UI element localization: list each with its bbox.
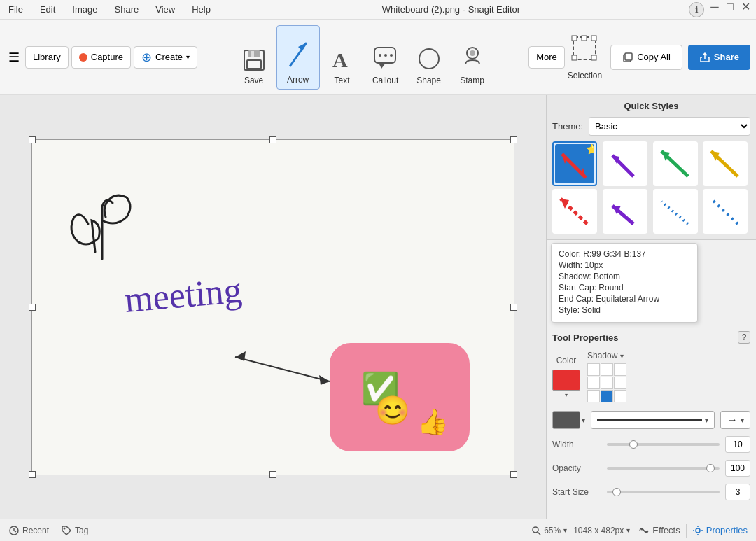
line-color-arrow[interactable]: ▾ [582, 416, 585, 424]
shadow-cell-ml[interactable] [587, 377, 600, 389]
svg-point-9 [379, 54, 382, 57]
library-button[interactable]: Library [25, 46, 69, 69]
zoom-arrow[interactable]: ▾ [564, 526, 567, 534]
shadow-cell-br[interactable] [614, 390, 626, 402]
help-button[interactable]: ? [738, 331, 750, 344]
line-preview [597, 419, 702, 421]
style-item-5[interactable] [552, 189, 597, 234]
start-size-slider[interactable] [607, 491, 720, 493]
shadow-section: Shadow ▾ [587, 351, 750, 402]
line-color-button[interactable] [552, 411, 580, 429]
shadow-grid-container [587, 363, 750, 402]
tool-stamp[interactable]: Stamp [451, 25, 493, 90]
shape-icon [416, 45, 442, 73]
menu-edit[interactable]: Edit [37, 3, 58, 16]
style-item-6[interactable] [603, 189, 648, 234]
width-row: Width 10 [552, 436, 750, 453]
dims-dropdown[interactable]: ▾ [626, 526, 630, 534]
effects-label: Effects [652, 525, 680, 535]
create-label: Create [155, 52, 183, 62]
svg-text:meeting: meeting [123, 269, 244, 319]
menu-share[interactable]: Share [112, 3, 142, 16]
menu-file[interactable]: File [6, 3, 26, 16]
maximize-button[interactable]: □ [725, 2, 735, 12]
menu-help[interactable]: Help [189, 3, 214, 16]
effects-button[interactable]: Effects [638, 525, 680, 536]
tooltip-end-cap: End Cap: Equilateral Arrow [559, 294, 690, 304]
opacity-slider-thumb[interactable] [706, 464, 715, 472]
opacity-value[interactable]: 100 [725, 460, 750, 477]
callout-icon [372, 45, 400, 73]
line-style-arrow[interactable]: ▾ [705, 416, 708, 424]
line-style-select[interactable]: ▾ [591, 411, 715, 429]
width-value[interactable]: 10 [725, 436, 750, 453]
minimize-button[interactable]: ─ [710, 2, 720, 12]
tool-text-label: Text [335, 76, 350, 85]
selection-label: Selection [568, 71, 602, 80]
svg-text:A: A [332, 48, 348, 71]
shadow-cell-tr[interactable] [614, 363, 626, 376]
close-button[interactable]: ✕ [741, 2, 750, 12]
shadow-label: Shadow [587, 351, 617, 360]
tool-text[interactable]: A Text [321, 25, 363, 90]
tag-item[interactable]: Tag [61, 525, 88, 536]
canvas-container: meeting ✅ 😊 👍 [31, 139, 514, 475]
shadow-cell-mr[interactable] [614, 377, 626, 389]
canvas-svg: meeting ✅ 😊 👍 [32, 140, 514, 475]
create-button[interactable]: ⊕ Create ▾ [134, 46, 197, 69]
capture-button[interactable]: Capture [71, 46, 131, 69]
arrow-end-select[interactable]: → ▾ [720, 411, 750, 429]
color-label: Color [556, 356, 577, 365]
tool-save[interactable]: Save [233, 25, 275, 90]
width-slider-thumb[interactable] [629, 440, 638, 449]
start-size-value[interactable]: 3 [725, 484, 750, 500]
opacity-slider[interactable] [607, 467, 720, 470]
menu-view[interactable]: View [153, 3, 178, 16]
statusbar-center: 65% ▾ 1048 x 482px ▾ [531, 524, 630, 538]
share-label: Share [714, 52, 739, 62]
tooltip-shadow: Shadow: Bottom [559, 272, 690, 281]
window-title: Whiteboard (2).png - Snagit Editor [225, 4, 678, 15]
recent-item[interactable]: Recent [8, 525, 49, 536]
canvas-area[interactable]: meeting ✅ 😊 👍 [0, 95, 546, 519]
recent-label: Recent [22, 526, 49, 535]
theme-select[interactable]: Basic [589, 117, 750, 136]
shadow-cell-tl[interactable] [587, 363, 600, 376]
menubar: File Edit Image Share View Help Whiteboa… [0, 0, 756, 20]
style-item-4[interactable] [703, 141, 748, 186]
create-plus-icon: ⊕ [141, 50, 152, 65]
svg-point-12 [419, 49, 439, 69]
shadow-cell-bl[interactable] [587, 390, 600, 402]
style-tooltip: Color: R:99 G:34 B:137 Width: 10px Shado… [551, 243, 698, 323]
menu-image[interactable]: Image [69, 3, 100, 16]
color-dropdown-arrow[interactable]: ▾ [565, 392, 568, 398]
properties-button[interactable]: Properties [692, 525, 748, 536]
style-item-2[interactable] [603, 141, 648, 186]
more-button[interactable]: More [528, 46, 565, 69]
style-item-3[interactable] [653, 141, 698, 186]
tool-properties-header: Tool Properties ? [552, 331, 750, 344]
style-item-7[interactable] [653, 189, 698, 234]
tool-arrow[interactable]: Arrow [276, 25, 320, 90]
color-swatch[interactable] [552, 370, 580, 391]
width-slider[interactable] [607, 443, 720, 446]
share-button[interactable]: Share [688, 45, 750, 70]
copy-all-button[interactable]: Copy All [610, 45, 682, 70]
shadow-cell-tm[interactable] [601, 363, 613, 376]
thumbsup-emoji: 👍 [417, 407, 449, 437]
start-size-slider-thumb[interactable] [612, 488, 621, 496]
quick-styles-grid: ⭐ [552, 141, 750, 234]
tool-shape[interactable]: Shape [408, 25, 450, 90]
info-button[interactable]: ℹ [689, 2, 704, 17]
toolbar-left: ☰ Library Capture ⊕ Create ▾ [6, 46, 197, 69]
hamburger-button[interactable]: ☰ [6, 47, 22, 68]
tool-callout[interactable]: Callout [365, 25, 407, 90]
zoom-control[interactable]: 65% ▾ [531, 526, 567, 535]
shadow-cell-bm[interactable] [601, 390, 613, 402]
shadow-cell-center[interactable] [601, 377, 613, 389]
style-item-1[interactable]: ⭐ [552, 141, 597, 186]
style-item-8[interactable] [703, 189, 748, 234]
arrow-end-arrow[interactable]: ▾ [741, 416, 744, 424]
shadow-dropdown-arrow[interactable]: ▾ [620, 352, 624, 360]
arrow-icon [284, 37, 312, 72]
